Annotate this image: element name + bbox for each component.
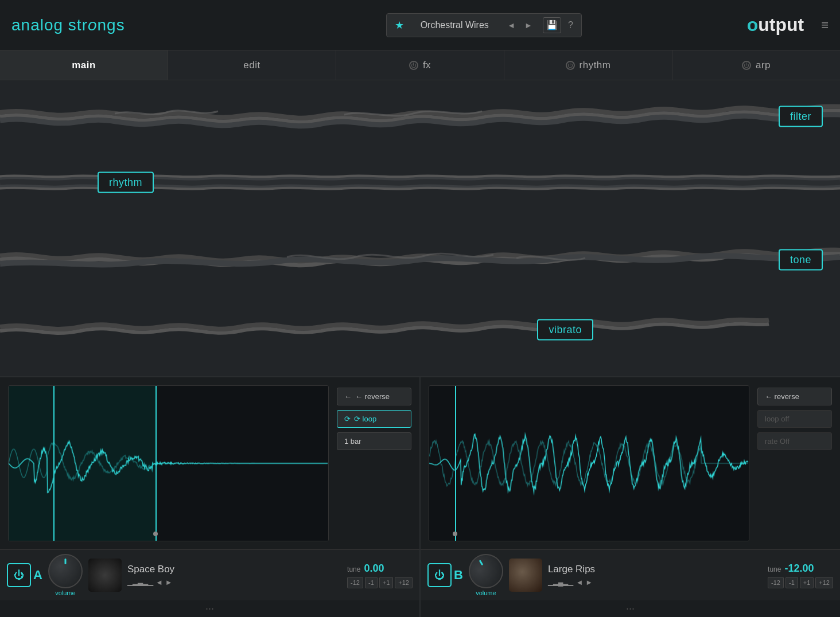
channel-a-waveform-mini: ▁▂▃▂▁ <box>127 578 153 587</box>
channel-a-bar-button[interactable]: 1 bar <box>337 432 411 450</box>
channel-b-tune-minus12[interactable]: -12 <box>768 577 784 588</box>
channel-a-tune-plus1[interactable]: +1 <box>379 577 394 588</box>
channel-a-power-button[interactable]: ⏻ <box>7 563 31 587</box>
filter-string-visual <box>0 96 840 136</box>
channel-b-tune-minus1[interactable]: -1 <box>785 577 798 588</box>
channel-a-panel: ← ← reverse ⟳ ⟳ loop 1 bar ⏻ A volume <box>0 377 421 617</box>
bottom-section: ← ← reverse ⟳ ⟳ loop 1 bar ⏻ A volume <box>0 376 840 617</box>
vibrato-string-visual <box>0 310 840 350</box>
channel-b-tune-label: tune <box>768 565 781 573</box>
rhythm-power-icon: ⏻ <box>566 61 575 70</box>
channel-a-sample-thumb <box>88 559 122 592</box>
channel-b-volume-knob-wrapper: volume <box>469 554 503 596</box>
channel-b-tune-section: tune -12.00 -12 -1 +1 +12 <box>768 563 833 588</box>
channel-a-sample-image <box>88 559 122 592</box>
channel-a-waveform-canvas <box>9 386 328 541</box>
channel-b-more-button[interactable]: ··· <box>421 600 840 617</box>
channel-b-panel: ← reverse loop off rate Off ⏻ B volume <box>421 377 840 617</box>
channel-a-tune-value: 0.00 <box>364 563 384 575</box>
tab-main[interactable]: main <box>0 50 168 80</box>
channel-b-rate-off-button[interactable]: rate Off <box>757 432 832 450</box>
filter-button[interactable]: filter <box>779 106 823 127</box>
channel-a-tune-row: tune 0.00 <box>347 563 413 575</box>
channel-b-sample-nav: ▁▂▄▂▁ ◄ ► <box>548 578 762 587</box>
arp-power-icon: ⏻ <box>742 61 751 70</box>
channel-a-volume-knob[interactable] <box>48 554 83 588</box>
channel-b-playhead-1 <box>455 386 456 541</box>
channel-a-sample-name: Space Boy <box>127 564 341 575</box>
preset-name: Orchestral Wires <box>409 20 500 30</box>
channel-a-volume-knob-wrapper: volume <box>48 554 83 596</box>
channel-a-loop-button[interactable]: ⟳ ⟳ loop <box>337 410 411 428</box>
channel-b-waveform-mini: ▁▂▄▂▁ <box>548 578 574 587</box>
tab-rhythm-label: rhythm <box>580 60 611 71</box>
preset-prev-button[interactable]: ◄ <box>505 21 518 30</box>
channel-a-tune-label: tune <box>347 565 360 573</box>
app-logo: analog strongs <box>11 16 125 34</box>
channel-a-footer: ⏻ A volume Space Boy ▁▂▃▂▁ ◄ ► tu <box>0 549 419 600</box>
channel-b-waveform-display <box>429 385 749 541</box>
channel-a-playhead-2 <box>155 386 157 541</box>
channel-a-tune-minus1[interactable]: -1 <box>365 577 378 588</box>
channel-a-tune-plus12[interactable]: +12 <box>395 577 413 588</box>
tab-fx-label: fx <box>423 60 431 71</box>
tab-arp[interactable]: ⏻ arp <box>672 50 840 80</box>
channel-b-power-icon: ⏻ <box>434 569 445 581</box>
tab-edit[interactable]: edit <box>168 50 336 80</box>
tab-edit-label: edit <box>243 60 260 71</box>
loop-icon: ⟳ <box>344 415 351 423</box>
channel-a-sample-next[interactable]: ► <box>165 578 173 587</box>
channel-b-footer: ⏻ B volume Large Rips ▁▂▄▂▁ ◄ ► t <box>421 549 840 600</box>
channel-b-volume-knob[interactable] <box>462 548 510 595</box>
channel-b-power-button[interactable]: ⏻ <box>427 563 452 587</box>
help-button[interactable]: ? <box>568 20 573 30</box>
channel-a-waveform-marker <box>153 532 158 536</box>
channel-b-rate-off-label: rate Off <box>765 437 790 446</box>
channel-a-controls: ← ← reverse ⟳ ⟳ loop 1 bar <box>337 385 411 541</box>
channel-b-tune-value: -12.00 <box>784 563 814 575</box>
channel-b-sample-next[interactable]: ► <box>585 578 593 587</box>
tab-rhythm[interactable]: ⏻ rhythm <box>504 50 672 80</box>
channel-b-tune-plus1[interactable]: +1 <box>800 577 814 588</box>
rhythm-string-row: rhythm <box>0 154 840 211</box>
tab-arp-label: arp <box>756 60 771 71</box>
preset-bar: ★ Orchestral Wires ◄ ► 💾 ? <box>386 13 582 37</box>
channel-b-sample-image <box>509 559 542 592</box>
channel-b-sample-info: Large Rips ▁▂▄▂▁ ◄ ► <box>548 564 762 586</box>
channel-b-reverse-button[interactable]: ← reverse <box>757 388 832 405</box>
channel-a-more-button[interactable]: ··· <box>0 600 419 617</box>
tone-button[interactable]: tone <box>779 249 823 271</box>
vibrato-button[interactable]: vibrato <box>537 319 593 341</box>
channel-a-power-icon: ⏻ <box>14 569 24 581</box>
fx-power-icon: ⏻ <box>409 61 418 70</box>
preset-save-button[interactable]: 💾 <box>543 17 561 33</box>
channel-b-loop-off-button[interactable]: loop off <box>757 410 832 428</box>
channel-b-waveform-area: ← reverse loop off rate Off <box>421 377 840 549</box>
channel-b-sample-name: Large Rips <box>548 564 762 575</box>
channel-a-loop-label: ⟳ loop <box>354 415 376 423</box>
channel-b-sample-prev[interactable]: ◄ <box>575 578 583 587</box>
channel-b-tune-plus12[interactable]: +12 <box>815 577 833 588</box>
channel-b-sample-thumb <box>509 559 542 592</box>
filter-label-text: filter <box>790 111 811 122</box>
channel-a-reverse-button[interactable]: ← ← reverse <box>337 388 411 405</box>
channel-a-tune-minus12[interactable]: -12 <box>347 577 363 588</box>
preset-next-button[interactable]: ► <box>522 21 535 30</box>
output-logo: output <box>747 14 804 36</box>
channel-b-volume-label: volume <box>476 589 496 596</box>
tab-bar: main edit ⏻ fx ⏻ rhythm ⏻ arp <box>0 50 840 80</box>
channel-a-reverse-label: ← reverse <box>355 392 390 401</box>
menu-button[interactable]: ≡ <box>821 18 829 33</box>
strings-area: filter rhythm tone vib <box>0 80 840 376</box>
vibrato-label-text: vibrato <box>549 324 582 335</box>
tone-string-visual <box>0 240 840 280</box>
favorite-icon[interactable]: ★ <box>395 19 404 32</box>
header: analog strongs ★ Orchestral Wires ◄ ► 💾 … <box>0 0 840 50</box>
channel-a-sample-prev[interactable]: ◄ <box>155 578 163 587</box>
tab-fx[interactable]: ⏻ fx <box>336 50 504 80</box>
vibrato-string-row: vibrato <box>0 304 840 356</box>
rhythm-button[interactable]: rhythm <box>98 172 154 193</box>
tab-main-label: main <box>72 60 96 71</box>
tone-string-row: tone <box>0 234 840 286</box>
channel-b-letter: B <box>454 568 463 583</box>
